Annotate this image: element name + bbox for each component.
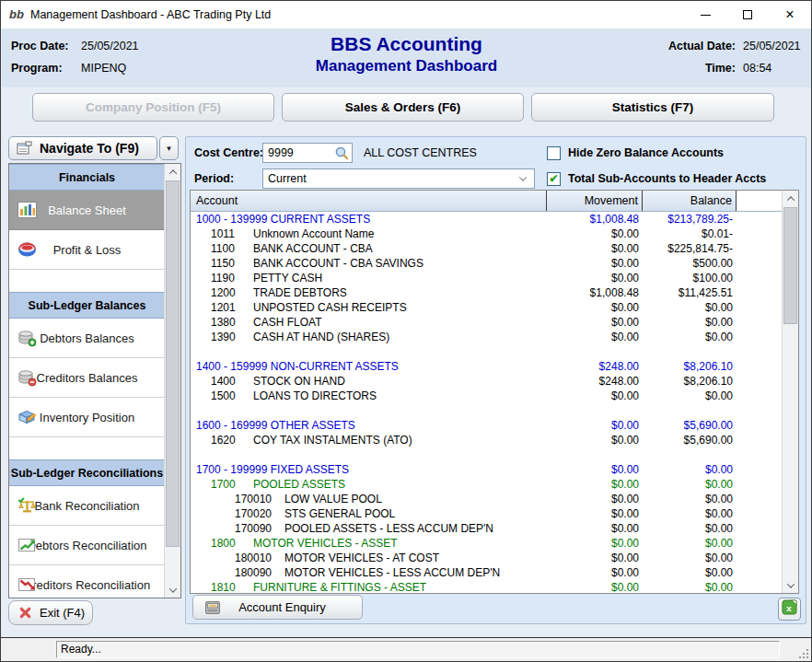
hide-zero-checkbox[interactable]	[547, 146, 561, 160]
period-select[interactable]: Current	[262, 168, 535, 189]
movement-value: $248.00	[548, 374, 644, 389]
table-row[interactable]: 1400STOCK ON HAND$248.00$8,206.10	[191, 374, 783, 389]
cost-centre-input[interactable]: 9999	[262, 143, 353, 163]
dropdown-arrow-icon[interactable]: ▼	[159, 136, 179, 160]
movement-value: $0.00	[548, 492, 644, 506]
account-code: 170020	[235, 506, 275, 521]
sidebar-item-inventory-position[interactable]: Inventory Position	[9, 398, 165, 437]
table-row[interactable]: 1380CASH FLOAT$0.00$0.00	[191, 315, 783, 330]
account-name: TRADE DEBTORS	[253, 285, 347, 300]
column-account[interactable]: Account	[191, 191, 547, 211]
bar-chart-icon	[17, 202, 37, 219]
scroll-down-icon[interactable]	[165, 582, 180, 598]
database-plus-icon	[17, 330, 37, 347]
time-value: 08:54	[743, 57, 804, 79]
account-name: UNPOSTED CASH RECEIPTS	[253, 300, 407, 315]
account-name: FURNITURE & FITTINGS - ASSET	[253, 580, 426, 593]
account-code: 1100	[211, 241, 244, 256]
table-row[interactable]: 1201UNPOSTED CASH RECEIPTS$0.00$0.00	[191, 300, 783, 315]
table-scrollbar[interactable]	[782, 191, 798, 593]
exit-button[interactable]: Exit (F4)	[8, 600, 93, 625]
hide-zero-label: Hide Zero Balance Accounts	[568, 146, 724, 159]
account-name: LOW VALUE POOL	[284, 492, 382, 506]
accounts-table-body[interactable]: 1000 - 139999 CURRENT ASSETS$1,008.48$21…	[191, 212, 783, 593]
account-name: MOTOR VEHICLES - ASSET	[253, 536, 397, 551]
table-row[interactable]: 1800MOTOR VEHICLES - ASSET$0.00$0.00	[191, 536, 783, 551]
sidebar-item-debtors-balances[interactable]: Debtors Balances	[9, 319, 165, 358]
table-row[interactable]: 170090POOLED ASSETS - LESS ACCUM DEP'N$0…	[191, 521, 783, 536]
table-row[interactable]: 180090MOTOR VEHICLES - LESS ACCUM DEP'N$…	[191, 565, 783, 580]
sidebar-item-balance-sheet[interactable]: Balance Sheet	[9, 191, 165, 230]
sidebar-section-sub-ledger-reconciliations: Sub-Ledger Reconciliations	[9, 459, 165, 486]
balance-value: $0.00	[644, 521, 737, 536]
movement-value: $0.00	[548, 477, 644, 492]
sidebar-item-bank-reconciliation[interactable]: Bank Reconciliation	[9, 486, 165, 526]
scroll-down-icon[interactable]	[783, 577, 798, 593]
sidebar-item-creditors-balances[interactable]: Creditors Balances	[9, 358, 165, 398]
title-bar: bb Management Dashboard - ABC Trading Pt…	[1, 1, 811, 29]
sidebar-item-label: Inventory Position	[40, 411, 134, 424]
sidebar-item-label: Profit & Loss	[53, 243, 122, 257]
account-code: 1150	[211, 256, 244, 271]
account-code: 1700	[211, 477, 244, 492]
sidebar-item-creditors-reconciliation[interactable]: Creditors Reconciliation	[9, 565, 165, 598]
status-bar: Ready...	[1, 637, 811, 661]
bbs-logo-icon: bb	[9, 6, 26, 23]
table-row[interactable]: 1700 - 199999 FIXED ASSETS$0.00$0.00	[191, 462, 783, 477]
account-name: CASH AT HAND (SHARES)	[253, 330, 389, 344]
table-row[interactable]: 1620COY TAX INSTALMENTS (ATO)$0.00$5,690…	[191, 433, 783, 447]
table-row[interactable]: 170020STS GENERAL POOL$0.00$0.00	[191, 506, 783, 521]
tab-statistics[interactable]: Statistics (F7)	[531, 93, 774, 122]
sidebar-spacer	[9, 437, 165, 459]
table-row[interactable]: 1200TRADE DEBTORS$1,008.48$11,425.51	[191, 285, 783, 300]
close-icon[interactable]: ×	[769, 1, 811, 29]
scroll-up-icon[interactable]	[165, 164, 180, 180]
table-row[interactable]: 1500LOANS TO DIRECTORS$0.00$0.00	[191, 389, 783, 403]
table-scrollbar-thumb[interactable]	[783, 207, 797, 324]
table-row[interactable]: 1400 - 159999 NON-CURRENT ASSETS$248.00$…	[191, 359, 783, 374]
column-balance[interactable]: Balance	[643, 191, 737, 211]
balance-value: $8,206.10	[644, 374, 737, 389]
table-row[interactable]: 1810FURNITURE & FITTINGS - ASSET$0.00$0.…	[191, 580, 783, 593]
table-row[interactable]: 1190PETTY CASH$0.00$100.00	[191, 271, 783, 285]
chart-up-icon	[17, 537, 37, 554]
table-row[interactable]: 1600 - 169999 OTHER ASSETS$0.00$5,690.00	[191, 418, 783, 433]
table-row[interactable]: 1100BANK ACCOUNT - CBA$0.00$225,814.75-	[191, 241, 783, 256]
table-row[interactable]: 1150BANK ACCOUNT - CBA SAVINGS$0.00$500.…	[191, 256, 783, 271]
account-code: 180090	[235, 565, 275, 580]
account-group-text: 1000 - 139999 CURRENT ASSETS	[191, 212, 370, 226]
sidebar-scrollbar-thumb[interactable]	[166, 180, 180, 547]
balance-value: $213,789.25-	[644, 212, 737, 226]
sidebar-item-profit-and-loss[interactable]: Profit & Loss	[9, 230, 165, 270]
accounts-table-header: Account Movement Balance	[191, 191, 783, 212]
table-row[interactable]: 1011Unknown Account Name$0.00$0.01-	[191, 226, 783, 241]
account-code: 170090	[235, 521, 275, 536]
account-enquiry-button[interactable]: Account Enquiry	[192, 595, 363, 620]
cost-centre-description: ALL COST CENTRES	[364, 143, 477, 163]
navigate-to-button[interactable]: Navigate To (F9)	[8, 136, 157, 160]
card-file-icon	[204, 600, 221, 615]
column-movement[interactable]: Movement	[547, 191, 643, 211]
account-name: PETTY CASH	[253, 271, 322, 285]
table-row-blank	[191, 403, 783, 418]
table-row[interactable]: 1700POOLED ASSETS$0.00$0.00	[191, 477, 783, 492]
table-row[interactable]: 180010MOTOR VEHICLES - AT COST$0.00$0.00	[191, 551, 783, 565]
tab-company-position[interactable]: Company Position (F5)	[32, 93, 274, 122]
sidebar-scrollbar[interactable]	[164, 164, 180, 598]
account-name: COY TAX INSTALMENTS (ATO)	[253, 433, 412, 447]
table-row[interactable]: 1000 - 139999 CURRENT ASSETS$1,008.48$21…	[191, 212, 783, 226]
scroll-up-icon[interactable]	[783, 191, 798, 206]
header-band: Proc Date:25/05/2021 Program:MIPENQ BBS …	[2, 29, 811, 87]
total-sub-checkbox[interactable]: ✔	[547, 172, 561, 186]
search-icon[interactable]	[334, 145, 350, 161]
resize-grip-icon[interactable]	[797, 647, 808, 658]
table-row[interactable]: 1390CASH AT HAND (SHARES)$0.00$0.00	[191, 330, 783, 344]
excel-export-button[interactable]: x	[778, 598, 801, 621]
maximize-icon[interactable]	[726, 1, 769, 29]
sidebar-item-debtors-reconciliation[interactable]: Debtors Reconciliation	[9, 526, 165, 565]
table-row[interactable]: 170010LOW VALUE POOL$0.00$0.00	[191, 492, 783, 506]
movement-value: $0.00	[548, 506, 644, 521]
balance-value: $11,425.51	[644, 285, 737, 300]
minimize-icon[interactable]	[684, 1, 726, 29]
tab-sales-orders[interactable]: Sales & Orders (F6)	[282, 93, 524, 122]
